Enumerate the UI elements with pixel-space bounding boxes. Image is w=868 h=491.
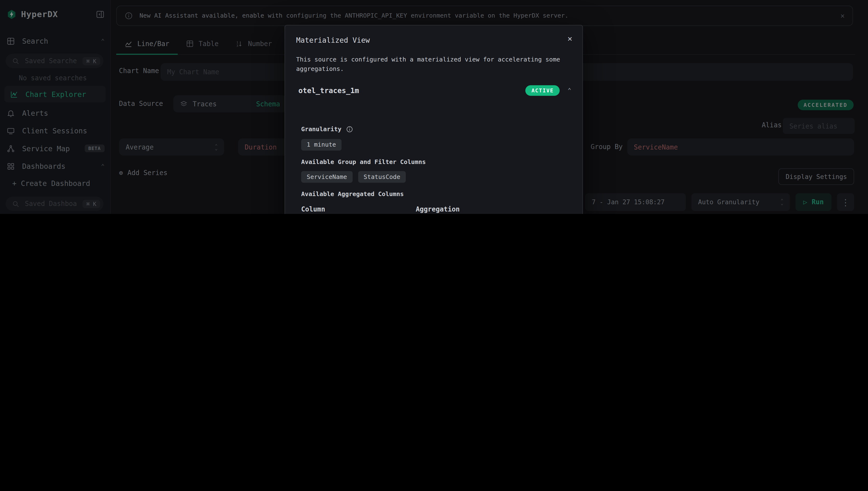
- group-filter-section: Available Group and Filter Columns: [301, 158, 426, 166]
- close-icon[interactable]: ×: [567, 34, 572, 44]
- app-root: HyperDX Search ⌃ ⌘ K No saved searches C…: [0, 0, 868, 214]
- view-name: otel_traces_1m: [298, 86, 359, 94]
- granularity-pill: 1 minute: [301, 139, 342, 150]
- materialized-view-modal: Materialized View × This source is confi…: [285, 25, 583, 214]
- aggregated-section: Available Aggregated Columns: [301, 191, 404, 198]
- column-pill: ServiceName: [301, 171, 353, 182]
- status-badge: ACTIVE: [526, 85, 560, 96]
- granularity-section: Granularity: [301, 126, 353, 133]
- modal-description: This source is configured with a materia…: [296, 55, 573, 74]
- table-header-aggregation: Aggregation: [416, 205, 576, 214]
- info-icon[interactable]: [346, 126, 353, 133]
- group-filter-pills: ServiceName StatusCode: [301, 171, 406, 182]
- column-pill: StatusCode: [358, 171, 406, 182]
- table-header-column: Column: [301, 205, 416, 214]
- chevron-up-icon[interactable]: ⌃: [568, 87, 571, 94]
- granularity-value-row: 1 minute: [301, 139, 342, 150]
- aggregated-columns-table: Column Aggregation count Duration avg ma…: [301, 205, 576, 214]
- view-row[interactable]: otel_traces_1m ACTIVE ⌃: [298, 85, 571, 96]
- modal-title: Materialized View: [296, 36, 370, 44]
